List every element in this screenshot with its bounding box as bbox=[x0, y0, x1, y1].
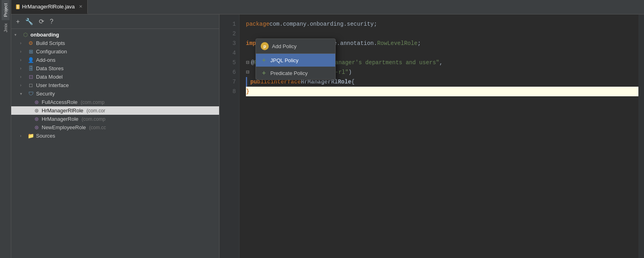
anno-str1: "HR manager's departments and users" bbox=[318, 58, 439, 67]
tab-close-btn[interactable]: ✕ bbox=[79, 4, 83, 9]
jpql-policy-item[interactable]: + JPQL Policy bbox=[256, 54, 335, 67]
full-access-role-package: (com.comp bbox=[81, 100, 105, 105]
role-icon-ne: ⊛ bbox=[33, 124, 40, 130]
open-brace: { bbox=[351, 77, 354, 87]
import-semi: ; bbox=[418, 39, 421, 48]
at-sign: @ bbox=[251, 58, 254, 67]
data-stores-label: Data Stores bbox=[36, 65, 64, 71]
model-icon: ⊡ bbox=[27, 74, 34, 80]
expand-arrow-sources: › bbox=[20, 134, 26, 138]
main-container: I HrManagerRlRole.java ✕ + 🔧 ⟳ ? ▾ ⬡ onb… bbox=[11, 0, 644, 258]
addons-label: Add-ons bbox=[36, 57, 55, 63]
wrench-btn[interactable]: 🔧 bbox=[24, 17, 35, 26]
sidebar-item-security[interactable]: ▾ 🛡 Security bbox=[11, 89, 219, 98]
predicate-policy-item[interactable]: + Predicate Policy bbox=[256, 67, 335, 79]
sidebar-item-hrmanager-rl-role[interactable]: ⊛ HrManagerRlRole (com.cor bbox=[11, 106, 219, 115]
add-btn[interactable]: + bbox=[14, 17, 21, 26]
close-brace: } bbox=[246, 87, 249, 96]
editor-panel: p Add Policy + JPQL Policy + Predicate P… bbox=[219, 14, 638, 258]
sidebar-toolbar: + 🔧 ⟳ ? bbox=[11, 14, 219, 29]
expand-arrow-ds: › bbox=[20, 66, 26, 71]
vertical-tab-strip: Project Jmix bbox=[0, 0, 11, 258]
sidebar-item-addons[interactable]: › 👤 Add-ons bbox=[11, 56, 219, 64]
popup-header: p Add Policy bbox=[256, 39, 335, 54]
hrmanager-role-label: HrManagerRole bbox=[42, 116, 78, 122]
code-line-2 bbox=[246, 29, 638, 39]
add-policy-label: Add Policy bbox=[272, 43, 296, 49]
role-icon-rl: ⊛ bbox=[33, 108, 40, 114]
line-numbers: 1 2 3 4 5 6 7 8 bbox=[219, 14, 239, 258]
vertical-tab-project[interactable]: Project bbox=[2, 0, 10, 20]
hrmanager-rl-role-package: (com.cor bbox=[87, 108, 105, 114]
right-gutter bbox=[638, 14, 644, 258]
db-icon: 🗄 bbox=[27, 65, 34, 71]
fold-btn-5[interactable]: ⊟ bbox=[246, 58, 249, 67]
shield-icon: 🛡 bbox=[27, 91, 34, 97]
sidebar-tree: ▾ ⬡ onboarding › ⚙ Build Scripts › ⊞ Con… bbox=[11, 29, 219, 258]
expand-arrow-ui: › bbox=[20, 83, 26, 87]
ui-icon: □ bbox=[27, 82, 34, 88]
configuration-label: Configuration bbox=[36, 49, 67, 55]
expand-arrow-addons: › bbox=[20, 58, 26, 62]
import-classname: RowLevelRole bbox=[377, 39, 418, 48]
expand-arrow-security: ▾ bbox=[20, 91, 26, 96]
plus-icon-jpql: + bbox=[261, 57, 267, 64]
gradle-icon: ⚙ bbox=[27, 40, 34, 46]
anno-close: ) bbox=[348, 67, 352, 77]
new-employee-role-package: (com.cc bbox=[89, 125, 106, 130]
vertical-tab-jmix[interactable]: Jmix bbox=[2, 20, 10, 36]
plus-icon-predicate: + bbox=[261, 69, 267, 77]
sidebar: + 🔧 ⟳ ? ▾ ⬡ onboarding › ⚙ Build Scripts bbox=[11, 14, 219, 258]
sidebar-item-full-access-role[interactable]: ⊛ FullAccessRole (com.comp bbox=[11, 98, 219, 106]
package-name: com.company.onboarding.security; bbox=[270, 19, 377, 29]
sources-label: Sources bbox=[36, 133, 55, 139]
full-access-role-label: FullAccessRole bbox=[42, 99, 78, 105]
sidebar-item-configuration[interactable]: › ⊞ Configuration bbox=[11, 47, 219, 56]
security-label: Security bbox=[36, 91, 55, 97]
new-employee-role-label: NewEmployeeRole bbox=[42, 124, 86, 130]
data-model-label: Data Model bbox=[36, 74, 62, 80]
fold-btn-6[interactable]: ⊟ bbox=[246, 67, 249, 77]
addon-icon: 👤 bbox=[27, 57, 34, 63]
role-icon-hr: ⊛ bbox=[33, 116, 40, 122]
tab-bar: I HrManagerRlRole.java ✕ bbox=[11, 0, 644, 14]
expand-arrow-config: › bbox=[20, 49, 26, 54]
config-icon: ⊞ bbox=[27, 49, 34, 55]
tree-root-onboarding[interactable]: ▾ ⬡ onboarding bbox=[11, 30, 219, 39]
package-keyword: package bbox=[246, 19, 270, 29]
content-area: + 🔧 ⟳ ? ▾ ⬡ onboarding › ⚙ Build Scripts bbox=[11, 14, 644, 258]
expand-arrow-build: › bbox=[20, 41, 26, 45]
role-icon-full: ⊛ bbox=[33, 99, 40, 105]
code-line-8: } bbox=[246, 87, 638, 96]
popup-overlay: p Add Policy + JPQL Policy + Predicate P… bbox=[256, 39, 336, 80]
policy-icon: p bbox=[261, 42, 269, 50]
refresh-btn[interactable]: ⟳ bbox=[37, 17, 46, 26]
tab-label: HrManagerRlRole.java bbox=[22, 4, 75, 10]
sidebar-item-data-model[interactable]: › ⊡ Data Model bbox=[11, 73, 219, 81]
expand-arrow-dm: › bbox=[20, 75, 26, 79]
user-interface-label: User Interface bbox=[36, 82, 69, 88]
build-scripts-label: Build Scripts bbox=[36, 40, 65, 46]
sidebar-item-user-interface[interactable]: › □ User Interface bbox=[11, 81, 219, 89]
java-file-icon: I bbox=[16, 4, 20, 9]
anno-comma: , bbox=[439, 58, 443, 67]
sidebar-item-data-stores[interactable]: › 🗄 Data Stores bbox=[11, 64, 219, 73]
code-line-1: package com.company.onboarding.security; bbox=[246, 19, 638, 29]
add-policy-menu: p Add Policy + JPQL Policy + Predicate P… bbox=[256, 39, 336, 80]
sidebar-item-new-employee-role[interactable]: ⊛ NewEmployeeRole (com.cc bbox=[11, 123, 219, 132]
jpql-policy-label: JPQL Policy bbox=[270, 57, 298, 63]
hrmanager-rl-role-label: HrManagerRlRole bbox=[42, 108, 83, 114]
expand-arrow: ▾ bbox=[14, 33, 20, 37]
sidebar-item-hrmanager-role[interactable]: ⊛ HrManagerRole (com.comp bbox=[11, 115, 219, 123]
root-label: onboarding bbox=[30, 32, 59, 38]
sidebar-item-build-scripts[interactable]: › ⚙ Build Scripts bbox=[11, 39, 219, 47]
sidebar-item-sources[interactable]: › 📁 Sources bbox=[11, 132, 219, 140]
gutter-bar-7 bbox=[246, 77, 247, 87]
help-btn[interactable]: ? bbox=[48, 17, 55, 26]
sources-icon: 📁 bbox=[27, 133, 34, 139]
predicate-policy-label: Predicate Policy bbox=[270, 70, 308, 76]
tab-hrmanager[interactable]: I HrManagerRlRole.java ✕ bbox=[11, 0, 88, 14]
project-icon: ⬡ bbox=[22, 32, 29, 38]
hrmanager-role-package: (com.comp bbox=[82, 116, 105, 122]
